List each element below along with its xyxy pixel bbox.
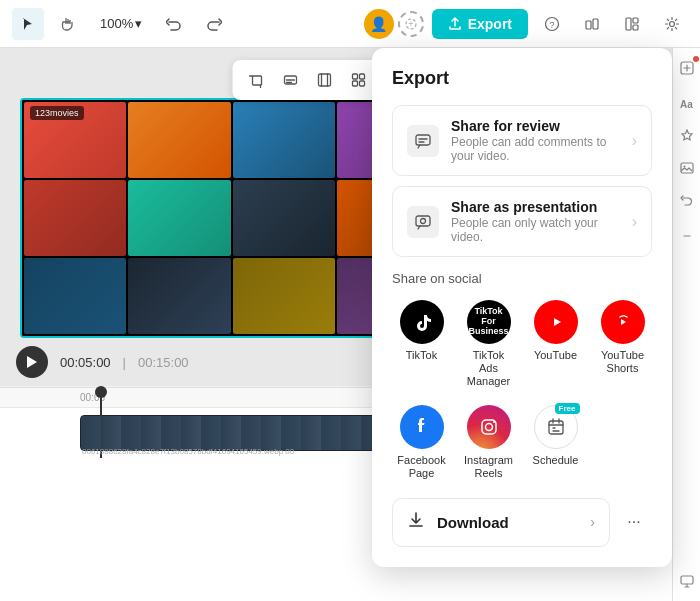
hand-tool-button[interactable] [52, 8, 84, 40]
share-review-arrow-icon: › [632, 132, 637, 150]
svg-rect-12 [319, 74, 331, 86]
social-youtube-shorts[interactable]: YouTube Shorts [593, 296, 652, 393]
social-section-title: Share on social [392, 271, 652, 286]
redo-button[interactable] [198, 8, 230, 40]
download-more-icon: ··· [627, 513, 640, 531]
settings-button[interactable] [656, 8, 688, 40]
share-presentation-desc: People can only watch your video. [451, 216, 620, 244]
instagram-label: Instagram Reels [463, 454, 514, 480]
download-icon [407, 511, 425, 534]
svg-rect-10 [253, 76, 262, 85]
tiktok-icon [400, 300, 444, 344]
movie-cell [233, 102, 335, 178]
current-time: 00:05:00 [60, 355, 111, 370]
youtube-shorts-icon [601, 300, 645, 344]
help-button[interactable]: ? [536, 8, 568, 40]
tiktok-label: TikTok [406, 349, 437, 362]
brand-kit-button[interactable] [576, 8, 608, 40]
instagram-icon [467, 405, 511, 449]
schedule-wrapper: Free [534, 405, 578, 449]
svg-rect-27 [549, 421, 563, 434]
social-grid: TikTok TikTokForBusiness TikTok Ads Mana… [392, 296, 652, 484]
share-review-icon [407, 125, 439, 157]
svg-rect-18 [681, 163, 693, 173]
svg-point-23 [421, 218, 426, 223]
svg-point-19 [683, 166, 685, 168]
share-review-option[interactable]: Share for review People can add comments… [392, 105, 652, 176]
select-tool-button[interactable] [12, 8, 44, 40]
sidebar-undo-icon[interactable] [675, 188, 699, 212]
canvas-crop-button[interactable] [243, 66, 271, 94]
share-review-desc: People can add comments to your video. [451, 135, 620, 163]
svg-point-25 [485, 423, 492, 430]
social-instagram[interactable]: Instagram Reels [459, 401, 518, 484]
play-button[interactable] [16, 346, 48, 378]
notification-dot [693, 56, 699, 62]
timeline-clip[interactable] [80, 415, 420, 451]
canvas-layout-button[interactable] [345, 66, 373, 94]
download-label: Download [437, 514, 578, 531]
add-collaborator-button[interactable]: + [398, 11, 424, 37]
svg-rect-6 [626, 18, 631, 30]
tiktok-ads-label: TikTok Ads Manager [463, 349, 514, 389]
share-presentation-option[interactable]: Share as presentation People can only wa… [392, 186, 652, 257]
undo-button[interactable] [158, 8, 190, 40]
social-tiktok[interactable]: TikTok [392, 296, 451, 393]
facebook-label: Facebook Page [396, 454, 447, 480]
svg-text:+: + [408, 19, 413, 29]
canvas-subtitle-button[interactable] [277, 66, 305, 94]
sidebar-image-icon[interactable] [675, 156, 699, 180]
zoom-value: 100% [100, 16, 133, 31]
movie-cell [24, 180, 126, 256]
share-presentation-icon [407, 206, 439, 238]
movie-cell [233, 258, 335, 334]
toolbar-left: 100% ▾ [12, 8, 346, 40]
playhead-handle [95, 386, 107, 398]
svg-rect-14 [360, 74, 365, 79]
svg-rect-8 [633, 25, 638, 30]
svg-rect-4 [586, 21, 591, 29]
export-button[interactable]: Export [432, 9, 528, 39]
social-schedule[interactable]: Free Schedule [526, 401, 585, 484]
share-review-title: Share for review [451, 118, 620, 134]
schedule-badge: Free [555, 403, 580, 414]
sidebar-more-icon[interactable] [675, 224, 699, 248]
sidebar-text-icon[interactable]: Aa [675, 92, 699, 116]
sidebar-star-icon[interactable] [675, 124, 699, 148]
social-youtube[interactable]: YouTube [526, 296, 585, 393]
share-presentation-arrow-icon: › [632, 213, 637, 231]
top-toolbar: 100% ▾ 👤 + Export [0, 0, 700, 48]
youtube-label: YouTube [534, 349, 577, 362]
canvas-trim-button[interactable] [311, 66, 339, 94]
svg-rect-21 [416, 135, 430, 145]
download-section: Download › ··· [392, 498, 652, 547]
social-tiktok-ads[interactable]: TikTokForBusiness TikTok Ads Manager [459, 296, 518, 393]
svg-point-9 [670, 21, 675, 26]
right-sidebar: Aa [672, 48, 700, 601]
movie-cell [128, 102, 230, 178]
export-label: Export [468, 16, 512, 32]
youtube-shorts-label: YouTube Shorts [597, 349, 648, 375]
svg-rect-7 [633, 18, 638, 23]
svg-rect-16 [360, 81, 365, 86]
youtube-icon [534, 300, 578, 344]
clip-thumbnail [81, 416, 419, 450]
svg-point-26 [493, 421, 495, 423]
sidebar-screen-icon[interactable] [675, 569, 699, 593]
clip-filename: 0061888628fa4c828e7f13b08578bdf416941654… [82, 447, 294, 456]
svg-text:?: ? [549, 20, 554, 30]
download-more-button[interactable]: ··· [616, 504, 652, 540]
avatar-area: 👤 + [364, 9, 424, 39]
total-time: 00:15:00 [138, 355, 189, 370]
export-panel: Export Share for review People can add c… [372, 48, 672, 567]
movie-cell [24, 258, 126, 334]
svg-rect-15 [353, 81, 358, 86]
social-facebook[interactable]: Facebook Page [392, 401, 451, 484]
svg-rect-20 [681, 576, 693, 584]
zoom-button[interactable]: 100% ▾ [92, 12, 150, 35]
time-separator: | [123, 355, 126, 370]
facebook-icon [400, 405, 444, 449]
layout-toggle-button[interactable] [616, 8, 648, 40]
download-bar[interactable]: Download › [392, 498, 610, 547]
movie-cell [128, 258, 230, 334]
